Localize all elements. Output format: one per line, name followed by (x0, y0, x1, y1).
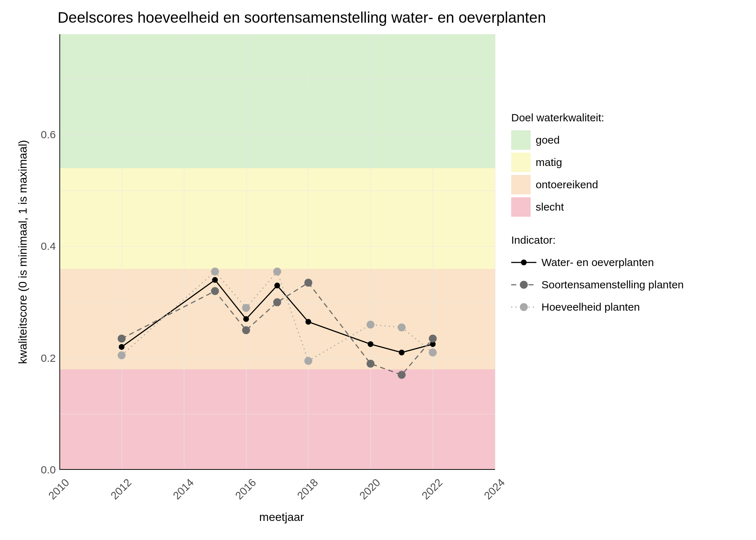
legend-label: slecht (536, 201, 564, 213)
x-tick-label: 2016 (229, 476, 258, 505)
x-tick-label: 2022 (416, 476, 445, 505)
data-point (366, 321, 374, 329)
data-point (398, 323, 406, 331)
legend-indicator-item: Soortensamenstelling planten (511, 275, 684, 294)
data-point (368, 341, 373, 347)
data-point (304, 357, 312, 365)
data-point (242, 326, 250, 334)
chart-title: Deelscores hoeveelheid en soortensamenst… (58, 9, 546, 26)
y-axis-line (59, 34, 60, 470)
x-tick-label: 2014 (167, 476, 196, 505)
legend-swatch (511, 153, 531, 172)
x-axis-line (59, 469, 495, 470)
legend-label: goed (536, 134, 560, 146)
y-tick-label: 0.4 (27, 240, 56, 252)
data-point (399, 350, 405, 355)
data-point (274, 283, 280, 288)
data-point (119, 344, 125, 350)
data-point (429, 334, 437, 342)
data-point (243, 316, 249, 322)
plot-area (59, 34, 495, 470)
data-point (273, 267, 281, 275)
y-tick-label: 0.2 (27, 352, 56, 364)
legend-label: matig (536, 156, 562, 168)
data-point (366, 360, 374, 368)
x-tick-label: 2020 (354, 476, 383, 505)
legend-series-marker (511, 278, 536, 291)
gridline-h (59, 470, 495, 470)
data-point (211, 287, 219, 295)
chart-container: Deelscores hoeveelheid en soortensamenst… (0, 0, 756, 540)
legend-label: ontoereikend (536, 179, 598, 191)
data-point (211, 267, 219, 275)
svg-point-5 (520, 303, 528, 311)
legend-indicator-title: Indicator: (511, 234, 684, 246)
data-point (242, 304, 250, 312)
svg-point-3 (520, 281, 528, 289)
x-axis-label: meetjaar (259, 510, 304, 524)
legend: Doel waterkwaliteit: goedmatigontoereike… (511, 112, 684, 320)
data-point (118, 334, 126, 342)
legend-swatch (511, 175, 531, 194)
legend-label: Hoeveelheid planten (541, 301, 640, 313)
legend-swatch (511, 197, 531, 217)
y-tick-label: 0.6 (27, 129, 56, 141)
series-line (122, 280, 433, 353)
series-line (122, 283, 433, 375)
data-point (398, 371, 406, 379)
svg-point-1 (521, 260, 527, 265)
legend-indicator-item: Hoeveelheid planten (511, 297, 684, 317)
legend-quality-item: matig (511, 153, 684, 172)
data-point (429, 348, 437, 356)
legend-indicator-item: Water- en oeverplanten (511, 253, 684, 272)
legend-quality-item: ontoereikend (511, 175, 684, 194)
x-tick-label: 2010 (42, 476, 72, 505)
x-tick-label: 2024 (478, 476, 507, 505)
y-tick-label: 0.0 (27, 464, 56, 476)
data-point (273, 298, 281, 306)
legend-label: Water- en oeverplanten (541, 256, 654, 269)
data-point (305, 319, 311, 325)
legend-quality-title: Doel waterkwaliteit: (511, 112, 684, 124)
data-point (304, 279, 312, 287)
legend-quality-item: goed (511, 130, 684, 150)
data-point (118, 351, 126, 359)
legend-label: Soortensamenstelling planten (541, 279, 684, 291)
legend-series-marker (511, 301, 536, 314)
x-tick-label: 2018 (292, 476, 321, 505)
legend-quality-item: slecht (511, 197, 684, 217)
gridline-v (495, 34, 495, 470)
data-svg (59, 34, 495, 470)
legend-series-marker (511, 256, 536, 269)
x-tick-label: 2012 (105, 476, 134, 505)
legend-swatch (511, 130, 531, 150)
data-point (212, 277, 218, 283)
